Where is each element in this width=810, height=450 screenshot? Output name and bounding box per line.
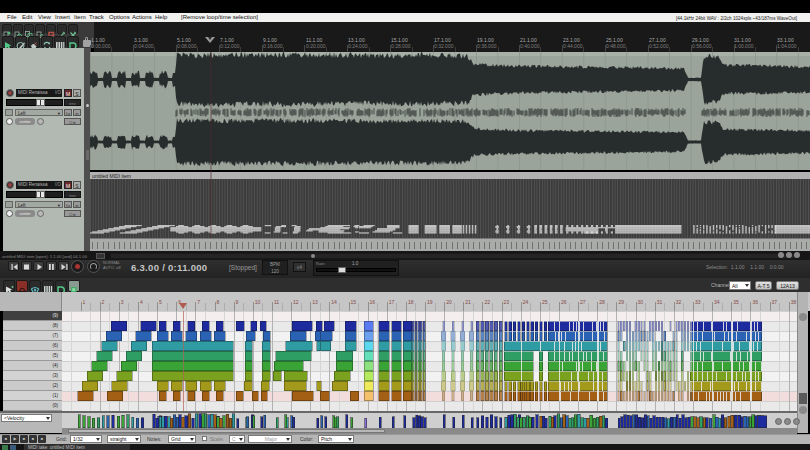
svg-text:untitled MIDI item: untitled MIDI item — [92, 173, 131, 179]
